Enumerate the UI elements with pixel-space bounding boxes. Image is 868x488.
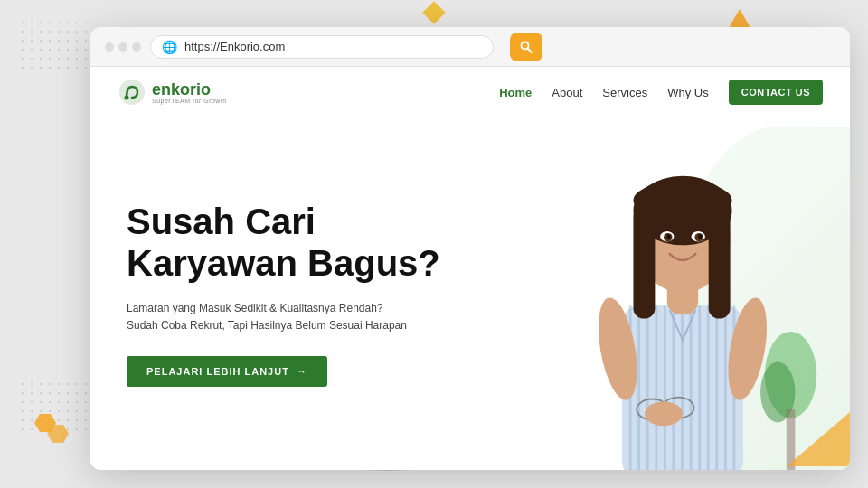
yellow-corner-decoration xyxy=(760,394,850,470)
svg-point-33 xyxy=(666,234,671,239)
address-bar[interactable]: 🌐 https://Enkorio.com xyxy=(150,35,494,59)
browser-window: 🌐 https://Enkorio.com xyxy=(90,27,850,470)
url-display: https://Enkorio.com xyxy=(184,40,482,53)
hero-title-line1: Susah Cari xyxy=(127,202,316,241)
svg-point-5 xyxy=(119,80,145,105)
hex-decoration-bottom-left xyxy=(27,412,72,461)
nav-link-home[interactable]: Home xyxy=(499,86,532,99)
diamond-decoration-top xyxy=(422,1,445,23)
hero-text-block: Susah Cari Karyawan Bagus? Lamaran yang … xyxy=(90,174,508,414)
browser-bar: 🌐 https://Enkorio.com xyxy=(90,27,850,67)
hero-cta-button[interactable]: PELAJARI LEBIH LANJUT → xyxy=(127,356,327,387)
hero-subtitle-line1: Lamaran yang Masuk Sedikit & Kualitasnya… xyxy=(127,300,472,317)
nav-link-about[interactable]: About xyxy=(552,86,582,99)
svg-rect-16 xyxy=(698,305,701,470)
nav-link-services[interactable]: Services xyxy=(602,86,647,99)
svg-marker-42 xyxy=(787,412,850,466)
browser-search-button[interactable] xyxy=(510,33,542,61)
svg-rect-15 xyxy=(690,305,693,470)
svg-line-4 xyxy=(528,49,532,52)
nav-link-why-us[interactable]: Why Us xyxy=(667,86,709,99)
svg-rect-26 xyxy=(633,206,655,318)
logo[interactable]: enkorio SuperTEAM for Growth xyxy=(118,78,227,107)
svg-rect-14 xyxy=(681,305,684,470)
logo-name: enkorio xyxy=(152,81,227,98)
hero-title-line2: Karyawan Bagus? xyxy=(127,243,440,283)
browser-dot-minimize xyxy=(118,42,127,52)
svg-rect-18 xyxy=(715,305,718,470)
hero-cta-arrow: → xyxy=(297,366,307,377)
svg-rect-13 xyxy=(673,305,675,470)
svg-point-38 xyxy=(645,401,683,426)
browser-dot-maximize xyxy=(132,42,141,52)
svg-point-6 xyxy=(125,96,129,100)
contact-button[interactable]: CONTACT US xyxy=(729,80,823,105)
svg-rect-10 xyxy=(646,305,649,470)
svg-rect-12 xyxy=(664,305,666,470)
hero-cta-label: PELAJARI LEBIH LANJUT xyxy=(146,366,289,377)
site-navigation: enkorio SuperTEAM for Growth Home About … xyxy=(90,67,850,117)
logo-icon xyxy=(118,78,146,107)
browser-window-controls xyxy=(105,42,141,52)
hero-section: Susah Cari Karyawan Bagus? Lamaran yang … xyxy=(90,117,850,470)
hero-subtitle: Lamaran yang Masuk Sedikit & Kualitasnya… xyxy=(127,300,472,334)
svg-rect-17 xyxy=(707,305,710,470)
site-content: enkorio SuperTEAM for Growth Home About … xyxy=(90,67,850,470)
svg-rect-9 xyxy=(637,305,640,470)
svg-point-28 xyxy=(633,182,731,220)
hero-subtitle-line2: Sudah Coba Rekrut, Tapi Hasilnya Belum S… xyxy=(127,317,472,334)
nav-links: Home About Services Why Us CONTACT US xyxy=(499,80,823,105)
background: ✛ 🌐 https://Enkorio.c xyxy=(0,0,868,488)
browser-dot-close xyxy=(105,42,114,52)
svg-rect-19 xyxy=(724,305,727,470)
svg-point-34 xyxy=(698,234,703,239)
svg-rect-27 xyxy=(709,206,731,318)
dots-decoration-top-left xyxy=(18,18,90,72)
hero-title: Susah Cari Karyawan Bagus? xyxy=(127,201,472,284)
logo-tagline: SuperTEAM for Growth xyxy=(152,98,227,104)
logo-text-container: enkorio SuperTEAM for Growth xyxy=(152,81,227,104)
globe-icon: 🌐 xyxy=(162,40,177,54)
svg-rect-11 xyxy=(655,305,657,470)
